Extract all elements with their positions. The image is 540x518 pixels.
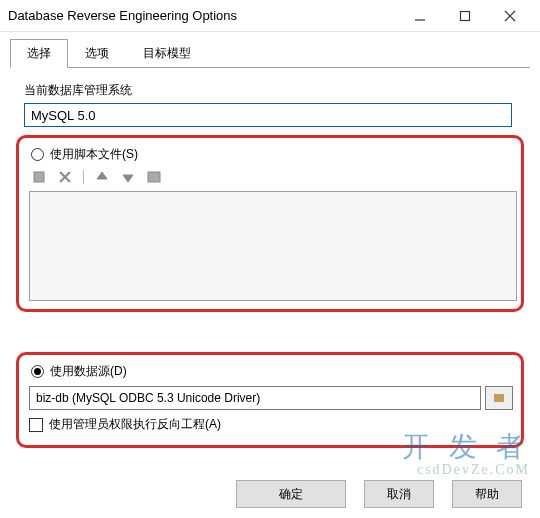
datasource-browse-button[interactable] [485, 386, 513, 410]
move-down-icon[interactable] [120, 169, 136, 185]
dbms-label: 当前数据库管理系统 [24, 82, 524, 99]
tab-panel-select: 当前数据库管理系统 使用脚本文件(S) [10, 68, 530, 448]
dbms-input[interactable] [24, 103, 512, 127]
cancel-button[interactable]: 取消 [364, 480, 434, 508]
svg-rect-4 [34, 172, 44, 182]
toolbar-separator [83, 170, 84, 184]
datasource-input[interactable] [29, 386, 481, 410]
svg-rect-10 [494, 394, 504, 402]
use-script-label: 使用脚本文件(S) [50, 146, 138, 163]
svg-rect-9 [148, 172, 160, 182]
help-button[interactable]: 帮助 [452, 480, 522, 508]
use-datasource-radio[interactable] [31, 365, 44, 378]
svg-rect-1 [460, 11, 469, 20]
tab-select[interactable]: 选择 [10, 39, 68, 68]
title-bar: Database Reverse Engineering Options [0, 0, 540, 32]
minimize-button[interactable] [397, 1, 442, 31]
use-script-radio-row[interactable]: 使用脚本文件(S) [31, 146, 513, 163]
use-datasource-label: 使用数据源(D) [50, 363, 127, 380]
datasource-option-group: 使用数据源(D) 使用管理员权限执行反向工程(A) [16, 352, 524, 448]
list-icon[interactable] [146, 169, 162, 185]
admin-checkbox-row[interactable]: 使用管理员权限执行反向工程(A) [29, 416, 513, 433]
admin-checkbox[interactable] [29, 418, 43, 432]
use-script-radio[interactable] [31, 148, 44, 161]
svg-marker-7 [97, 172, 107, 179]
script-option-group: 使用脚本文件(S) [16, 135, 524, 312]
script-file-list[interactable] [29, 191, 517, 301]
script-toolbar [31, 169, 513, 185]
tab-target-model[interactable]: 目标模型 [126, 39, 208, 68]
dialog-content: 选择 选项 目标模型 当前数据库管理系统 使用脚本文件(S) [0, 32, 540, 458]
admin-checkbox-label: 使用管理员权限执行反向工程(A) [49, 416, 221, 433]
use-datasource-radio-row[interactable]: 使用数据源(D) [31, 363, 513, 380]
tab-bar: 选择 选项 目标模型 [10, 38, 530, 68]
add-file-icon[interactable] [31, 169, 47, 185]
svg-marker-8 [123, 175, 133, 182]
move-up-icon[interactable] [94, 169, 110, 185]
remove-icon[interactable] [57, 169, 73, 185]
button-bar: 确定 取消 帮助 [236, 480, 522, 508]
ok-button[interactable]: 确定 [236, 480, 346, 508]
tab-options[interactable]: 选项 [68, 39, 126, 68]
watermark-sub: csdDevZe.CoM [402, 462, 530, 478]
window-title: Database Reverse Engineering Options [8, 8, 397, 23]
close-button[interactable] [487, 1, 532, 31]
maximize-button[interactable] [442, 1, 487, 31]
